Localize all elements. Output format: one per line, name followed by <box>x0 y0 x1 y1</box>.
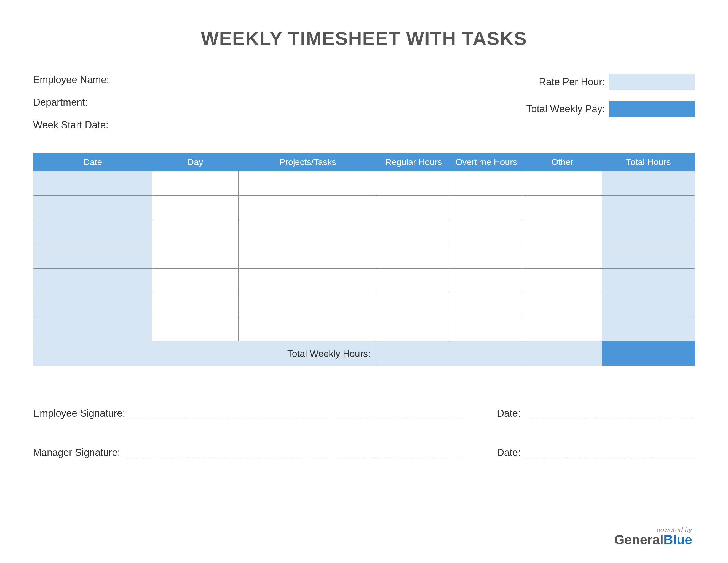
cell-regular[interactable] <box>377 293 450 317</box>
employee-signature-row: Employee Signature: Date: <box>33 408 695 419</box>
table-header-row: Date Day Projects/Tasks Regular Hours Ov… <box>33 153 695 171</box>
cell-total <box>602 293 695 317</box>
week-start-label: Week Start Date: <box>33 119 108 131</box>
cell-regular[interactable] <box>377 220 450 244</box>
manager-signature-line[interactable] <box>124 449 463 458</box>
cell-total <box>602 195 695 220</box>
table-row <box>33 171 695 195</box>
header-overtime: Overtime Hours <box>450 153 523 171</box>
cell-regular[interactable] <box>377 171 450 195</box>
employee-signature-line[interactable] <box>129 409 463 419</box>
cell-day[interactable] <box>152 244 238 268</box>
cell-date[interactable] <box>33 171 152 195</box>
info-left: Employee Name: Department: Week Start Da… <box>33 74 109 131</box>
cell-projects[interactable] <box>238 244 377 268</box>
brand-part-1: General <box>614 532 663 547</box>
cell-date[interactable] <box>33 195 152 220</box>
cell-other[interactable] <box>523 317 602 341</box>
manager-sig-date-line[interactable] <box>524 449 695 458</box>
cell-other[interactable] <box>523 244 602 268</box>
footer-branding: powered by GeneralBlue <box>614 527 692 546</box>
total-regular <box>377 341 450 366</box>
table-row <box>33 268 695 293</box>
cell-day[interactable] <box>152 293 238 317</box>
table-row <box>33 317 695 341</box>
total-weekly-hours-label: Total Weekly Hours: <box>33 341 377 366</box>
header-other: Other <box>523 153 602 171</box>
cell-projects[interactable] <box>238 317 377 341</box>
cell-other[interactable] <box>523 171 602 195</box>
cell-total <box>602 317 695 341</box>
cell-projects[interactable] <box>238 195 377 220</box>
cell-overtime[interactable] <box>450 244 523 268</box>
cell-overtime[interactable] <box>450 195 523 220</box>
total-other <box>523 341 602 366</box>
cell-other[interactable] <box>523 195 602 220</box>
header-total: Total Hours <box>602 153 695 171</box>
rate-per-hour-label: Rate Per Hour: <box>539 76 605 88</box>
cell-day[interactable] <box>152 317 238 341</box>
total-weekly-pay-row: Total Weekly Pay: <box>526 101 695 117</box>
cell-total <box>602 268 695 293</box>
table-row <box>33 220 695 244</box>
header-projects: Projects/Tasks <box>238 153 377 171</box>
header-day: Day <box>152 153 238 171</box>
cell-day[interactable] <box>152 195 238 220</box>
cell-projects[interactable] <box>238 293 377 317</box>
cell-day[interactable] <box>152 268 238 293</box>
cell-regular[interactable] <box>377 268 450 293</box>
cell-total <box>602 171 695 195</box>
cell-other[interactable] <box>523 220 602 244</box>
cell-overtime[interactable] <box>450 317 523 341</box>
cell-date[interactable] <box>33 268 152 293</box>
department-label: Department: <box>33 97 88 108</box>
cell-day[interactable] <box>152 171 238 195</box>
table-row <box>33 244 695 268</box>
cell-regular[interactable] <box>377 317 450 341</box>
page-title: WEEKLY TIMESHEET WITH TASKS <box>33 28 695 49</box>
rate-per-hour-field[interactable] <box>609 74 695 90</box>
cell-overtime[interactable] <box>450 268 523 293</box>
total-overtime <box>450 341 523 366</box>
total-row: Total Weekly Hours: <box>33 341 695 366</box>
timesheet-table: Date Day Projects/Tasks Regular Hours Ov… <box>33 153 695 366</box>
cell-other[interactable] <box>523 268 602 293</box>
total-weekly-pay-field <box>609 101 695 117</box>
cell-day[interactable] <box>152 220 238 244</box>
brand-part-2: Blue <box>663 532 692 547</box>
employee-name-row: Employee Name: <box>33 74 109 86</box>
cell-overtime[interactable] <box>450 220 523 244</box>
cell-projects[interactable] <box>238 220 377 244</box>
department-row: Department: <box>33 97 109 108</box>
info-block: Employee Name: Department: Week Start Da… <box>33 74 695 131</box>
info-right: Rate Per Hour: Total Weekly Pay: <box>526 74 695 131</box>
cell-other[interactable] <box>523 293 602 317</box>
grand-total <box>602 341 695 366</box>
cell-overtime[interactable] <box>450 171 523 195</box>
table-row <box>33 195 695 220</box>
cell-date[interactable] <box>33 293 152 317</box>
cell-projects[interactable] <box>238 268 377 293</box>
rate-per-hour-row: Rate Per Hour: <box>539 74 695 90</box>
cell-projects[interactable] <box>238 171 377 195</box>
table-row <box>33 293 695 317</box>
week-start-row: Week Start Date: <box>33 119 109 131</box>
cell-total <box>602 220 695 244</box>
employee-sig-date-line[interactable] <box>524 409 695 419</box>
header-regular: Regular Hours <box>377 153 450 171</box>
timesheet-page: WEEKLY TIMESHEET WITH TASKS Employee Nam… <box>0 0 728 563</box>
cell-regular[interactable] <box>377 195 450 220</box>
manager-signature-row: Manager Signature: Date: <box>33 447 695 458</box>
manager-sig-date-label: Date: <box>497 447 521 458</box>
employee-name-label: Employee Name: <box>33 74 109 86</box>
signature-block: Employee Signature: Date: Manager Signat… <box>33 408 695 458</box>
cell-date[interactable] <box>33 317 152 341</box>
cell-regular[interactable] <box>377 244 450 268</box>
cell-date[interactable] <box>33 220 152 244</box>
cell-date[interactable] <box>33 244 152 268</box>
manager-signature-label: Manager Signature: <box>33 447 120 458</box>
employee-signature-label: Employee Signature: <box>33 408 125 419</box>
total-weekly-pay-label: Total Weekly Pay: <box>526 103 605 115</box>
table-body: Total Weekly Hours: <box>33 171 695 366</box>
cell-overtime[interactable] <box>450 293 523 317</box>
